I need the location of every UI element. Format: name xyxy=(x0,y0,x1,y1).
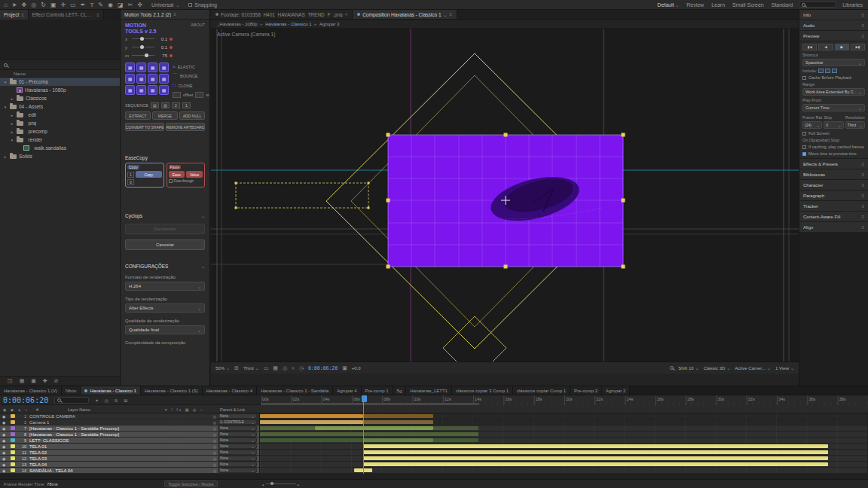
elastic-button[interactable]: ≈ELASTIC xyxy=(173,64,209,69)
timeline-tab-agrupar-2[interactable]: Agrupar 2 xyxy=(602,386,630,395)
panel-bibliotecas[interactable]: Bibliotecas≡ xyxy=(799,169,868,179)
project-item-04-assets[interactable]: ▾04 - Assets xyxy=(0,102,120,111)
clone-button[interactable]: ∷CLONE xyxy=(173,83,209,89)
project-item-cl-ssicos[interactable]: ▸Clássicos xyxy=(0,94,120,102)
paste-ease-button[interactable]: Ease xyxy=(169,171,185,178)
motion-tool-tile-12[interactable]: ▦ xyxy=(159,85,169,95)
timeline-tab-havaianas-classico-1-s[interactable]: Havaianas - Classico 1 (S) xyxy=(141,386,203,395)
merge-button[interactable]: MERGE xyxy=(152,111,178,120)
checkbox-icon[interactable] xyxy=(802,76,806,80)
parent-select[interactable]: None⌄ xyxy=(218,444,257,449)
layer-switches[interactable]: · · · xyxy=(170,438,212,442)
panel-menu-icon[interactable]: ≡ xyxy=(861,172,864,177)
layer-duration-bar[interactable] xyxy=(433,438,478,442)
new-composition-button[interactable]: ▣ xyxy=(31,378,36,384)
label-color-swatch[interactable] xyxy=(11,444,15,448)
timeline-tab-havaianas-lett1[interactable]: Havaianas_LETT1 xyxy=(406,386,452,395)
add-null-button[interactable]: ADD NULL xyxy=(179,111,205,120)
universal-dropdown[interactable]: Universal⌄ xyxy=(151,2,179,8)
tab-motion-tools[interactable]: Motion Tools 2.1.2 (2)≡ xyxy=(121,10,209,20)
label-color-swatch[interactable] xyxy=(11,450,15,454)
layer-track-tela-03[interactable] xyxy=(260,456,867,462)
first-frame-button[interactable]: ▮◀ xyxy=(802,44,817,50)
pick-whip-icon[interactable]: ◎ xyxy=(213,444,216,449)
label-color-swatch[interactable] xyxy=(11,456,15,460)
project-item-havaianas-1080p[interactable]: Havaianas - 1080p xyxy=(0,86,120,94)
frame-rate-select[interactable]: (24)⌄ xyxy=(802,121,822,129)
panel-paragraph[interactable]: Paragraph≡ xyxy=(799,191,868,200)
libraries-tab[interactable]: Libraries xyxy=(842,2,863,8)
timeline-zoom-slider[interactable]: ▴▴ xyxy=(262,482,299,486)
layer-row-havaianas-classico-1-sand-lia-precomp[interactable]: ◉8[Havaianas - Classico 1 - Sandália Pre… xyxy=(0,432,259,438)
home-icon[interactable]: ⌂ xyxy=(4,0,8,10)
zoom-select[interactable]: 50%⌄ xyxy=(215,365,230,371)
quality-select[interactable]: Qualidade final⌄ xyxy=(125,325,205,334)
snapping-toggle[interactable]: Snapping xyxy=(188,2,217,8)
layer-track-sand-lia-tela-04[interactable] xyxy=(260,468,867,474)
timeline-tab-havaianas-classico-4[interactable]: Havaianas - Classico 4 xyxy=(203,386,257,395)
layer-duration-bar[interactable] xyxy=(260,426,315,430)
visibility-toggle-icon[interactable]: ◉ xyxy=(2,420,9,425)
eraser-tool-icon[interactable]: ◪ xyxy=(118,0,124,10)
layer-duration-bar[interactable] xyxy=(363,444,828,448)
panel-character[interactable]: Character≡ xyxy=(799,180,868,190)
panel-menu-icon[interactable]: ≡ xyxy=(21,13,24,17)
motion-tool-tile-9[interactable]: ▦ xyxy=(125,85,135,95)
pick-whip-icon[interactable]: ◎ xyxy=(213,420,216,425)
panel-menu-icon[interactable]: ≡ xyxy=(861,204,864,209)
workspace-review[interactable]: Review xyxy=(686,2,704,8)
exposure-value[interactable]: +0.0 xyxy=(352,366,361,371)
layer-switches[interactable]: · · · xyxy=(170,432,212,436)
layer-row-tela-01[interactable]: ◉10TELA 01· · ·◎None⌄ xyxy=(0,444,259,450)
current-time-indicator-handle[interactable] xyxy=(362,395,367,402)
zoom-out-icon[interactable]: ▴ xyxy=(262,482,264,486)
stopwatch-dot-icon[interactable] xyxy=(170,46,173,49)
parent-select[interactable]: None⌄ xyxy=(218,468,257,473)
resolution-select[interactable]: Third⌄ xyxy=(243,365,259,371)
last-frame-button[interactable]: ▶▮ xyxy=(851,44,865,50)
hand-tool-icon[interactable]: ✥ xyxy=(22,0,27,10)
layer-switches[interactable]: · · · xyxy=(170,468,212,472)
motion-slider-x[interactable]: x0.1 xyxy=(125,35,205,43)
project-item-01-precomp[interactable]: ▾01 - Precomp xyxy=(0,78,120,86)
preview-resolution-select[interactable]: Third⌄ xyxy=(845,121,865,129)
breadcrumb-root[interactable]: _Havaianas - 1080p xyxy=(217,22,258,26)
motion-tool-tile-5[interactable]: ▦ xyxy=(125,74,135,84)
tab-footage[interactable]: Footage: 6103358_H401_HAVAIANAS_TREND_F_… xyxy=(211,10,353,19)
number-column-header[interactable]: # xyxy=(36,407,38,412)
panel-menu-icon[interactable]: ≡ xyxy=(861,183,864,188)
panel-align[interactable]: Align≡ xyxy=(799,222,868,232)
motion-tool-tile-8[interactable]: ▦ xyxy=(159,74,169,84)
motion-slider-m[interactable]: m75 xyxy=(125,51,205,59)
panel-menu-icon[interactable]: ≡ xyxy=(861,34,864,38)
label-color-swatch[interactable] xyxy=(11,468,15,472)
pick-whip-icon[interactable]: ◎ xyxy=(213,426,216,431)
checkbox-checked-icon[interactable]: ✓ xyxy=(802,152,806,156)
timeline-tab-agrupar-4[interactable]: Agrupar 4 xyxy=(333,386,361,395)
view-layout-select[interactable]: 1 View⌄ xyxy=(775,365,794,371)
visibility-toggle-icon[interactable]: ◉ xyxy=(2,468,9,473)
slider-knob[interactable] xyxy=(140,37,144,41)
panel-menu-icon[interactable]: ≡ xyxy=(173,12,176,17)
project-settings-button[interactable]: ✚ xyxy=(43,378,47,384)
tab-composition[interactable]: Composition Havaianas - Classico 1⌄≡ xyxy=(353,10,457,19)
step-field[interactable] xyxy=(195,92,203,98)
panel-menu-icon[interactable]: ≡ xyxy=(861,23,864,28)
previous-frame-button[interactable]: ◀ xyxy=(818,44,833,50)
composition-viewer[interactable]: Active Camera (Camera 1) xyxy=(211,29,799,374)
shift-select[interactable]: Shift 10⌄ xyxy=(678,365,698,371)
parent-select[interactable]: None⌄ xyxy=(218,462,257,467)
parent-link-column-header[interactable]: Parent & Link xyxy=(220,407,245,412)
zoom-in-icon[interactable]: ▴ xyxy=(298,482,300,486)
sequence-mode-b-button[interactable]: ▥ xyxy=(161,102,170,108)
ruler-icon[interactable]: ⌗ xyxy=(292,365,295,371)
timeline-current-time[interactable]: 0:00:06:20 xyxy=(0,396,54,404)
layer-row-havaianas-classico-1-sand-lia-precomp[interactable]: ◉7[Havaianas - Classico 1 - Sandália Pre… xyxy=(0,425,259,432)
layer-row-tela-04[interactable]: ◉13TELA 04· · ·◎None⌄ xyxy=(0,462,259,468)
layer-track-havaianas-classico-1-sand-lia-precomp[interactable] xyxy=(260,425,867,432)
selection-tool-icon[interactable]: ➤ xyxy=(12,0,17,10)
timeline-tab-pre-comp-1[interactable]: Pre-comp 1 xyxy=(362,386,393,395)
motion-tool-tile-2[interactable]: ▦ xyxy=(136,63,146,72)
bounce-button[interactable]: ⌒BOUNCE xyxy=(173,72,209,80)
visibility-toggle-icon[interactable]: ◉ xyxy=(2,444,9,449)
